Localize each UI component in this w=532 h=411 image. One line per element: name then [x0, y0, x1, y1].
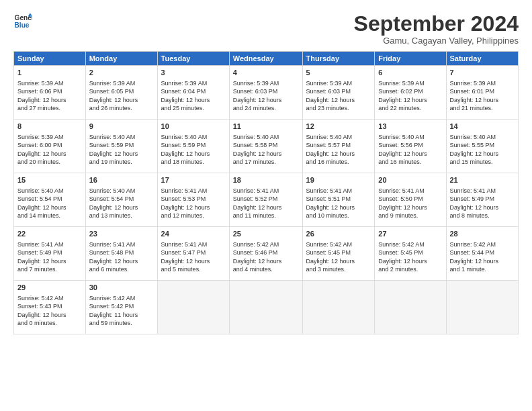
daylight-line1: Daylight: 12 hours	[306, 150, 355, 157]
calendar-cell: 4 Sunrise: 5:39 AM Sunset: 6:03 PM Dayli…	[229, 66, 302, 120]
daylight-line1: Daylight: 12 hours	[17, 312, 66, 318]
svg-text:Blue: Blue	[15, 21, 30, 29]
sunset-line: Sunset: 6:02 PM	[378, 88, 423, 95]
daylight-line2: and 12 minutes.	[161, 212, 204, 219]
sunset-line: Sunset: 5:48 PM	[89, 249, 134, 256]
header: General Blue September 2024 Gamu, Cagaya…	[13, 12, 519, 46]
daylight-line2: and 11 minutes.	[233, 212, 276, 219]
day-number: 28	[450, 229, 515, 239]
calendar-cell: 7 Sunrise: 5:39 AM Sunset: 6:01 PM Dayli…	[446, 66, 519, 120]
sunset-line: Sunset: 5:49 PM	[450, 195, 495, 202]
day-number: 21	[450, 175, 515, 185]
day-number: 20	[378, 175, 442, 185]
day-number: 10	[161, 122, 226, 132]
sunrise-line: Sunrise: 5:39 AM	[306, 80, 353, 87]
day-number: 6	[378, 68, 442, 78]
sunrise-line: Sunrise: 5:40 AM	[89, 134, 136, 140]
day-number: 24	[161, 229, 226, 239]
sunset-line: Sunset: 6:05 PM	[89, 88, 134, 95]
daylight-line2: and 13 minutes.	[89, 212, 132, 219]
sunrise-line: Sunrise: 5:40 AM	[306, 134, 353, 140]
sunset-line: Sunset: 6:01 PM	[450, 88, 495, 95]
daylight-line2: and 25 minutes.	[161, 105, 204, 111]
calendar-cell: 30 Sunrise: 5:42 AM Sunset: 5:42 PM Dayl…	[85, 281, 157, 334]
daylight-line2: and 1 minute.	[450, 266, 487, 273]
day-number: 18	[233, 175, 299, 185]
daylight-line1: Daylight: 12 hours	[17, 97, 66, 103]
daylight-line1: Daylight: 12 hours	[378, 258, 427, 265]
sunrise-line: Sunrise: 5:41 AM	[89, 241, 136, 248]
sunrise-line: Sunrise: 5:42 AM	[233, 241, 279, 248]
sunrise-line: Sunrise: 5:39 AM	[233, 80, 279, 87]
daylight-line1: Daylight: 12 hours	[306, 258, 355, 265]
calendar-table: Sunday Monday Tuesday Wednesday Thursday…	[13, 51, 519, 334]
daylight-line1: Daylight: 12 hours	[17, 204, 66, 211]
sunset-line: Sunset: 5:43 PM	[17, 303, 62, 310]
sunrise-line: Sunrise: 5:40 AM	[89, 187, 136, 194]
daylight-line1: Daylight: 12 hours	[378, 97, 427, 103]
sunrise-line: Sunrise: 5:41 AM	[450, 187, 496, 194]
sunrise-line: Sunrise: 5:42 AM	[450, 241, 496, 248]
daylight-line2: and 22 minutes.	[378, 105, 421, 111]
calendar-cell: 25 Sunrise: 5:42 AM Sunset: 5:46 PM Dayl…	[229, 227, 302, 281]
daylight-line2: and 10 minutes.	[306, 212, 349, 219]
daylight-line2: and 27 minutes.	[17, 105, 60, 111]
day-number: 5	[306, 68, 371, 78]
calendar-cell: 17 Sunrise: 5:41 AM Sunset: 5:53 PM Dayl…	[157, 173, 229, 227]
calendar-cell: 6 Sunrise: 5:39 AM Sunset: 6:02 PM Dayli…	[375, 66, 446, 120]
col-monday: Monday	[85, 52, 157, 66]
daylight-line2: and 18 minutes.	[161, 158, 204, 165]
daylight-line1: Daylight: 12 hours	[306, 204, 355, 211]
sunset-line: Sunset: 5:47 PM	[161, 249, 206, 256]
sunset-line: Sunset: 6:06 PM	[17, 88, 62, 95]
day-number: 3	[161, 68, 226, 78]
sunrise-line: Sunrise: 5:39 AM	[17, 134, 64, 140]
sunrise-line: Sunrise: 5:41 AM	[233, 187, 279, 194]
sunrise-line: Sunrise: 5:40 AM	[17, 187, 64, 194]
sunset-line: Sunset: 5:45 PM	[306, 249, 351, 256]
logo: General Blue	[13, 12, 32, 31]
calendar-cell	[375, 281, 446, 334]
col-wednesday: Wednesday	[229, 52, 302, 66]
sunrise-line: Sunrise: 5:39 AM	[161, 80, 208, 87]
calendar-cell: 27 Sunrise: 5:42 AM Sunset: 5:45 PM Dayl…	[375, 227, 446, 281]
sunset-line: Sunset: 5:54 PM	[17, 195, 62, 202]
calendar-cell: 19 Sunrise: 5:41 AM Sunset: 5:51 PM Dayl…	[302, 173, 375, 227]
day-number: 25	[233, 229, 299, 239]
sunset-line: Sunset: 6:03 PM	[306, 88, 351, 95]
calendar-cell: 14 Sunrise: 5:40 AM Sunset: 5:55 PM Dayl…	[446, 120, 519, 173]
daylight-line1: Daylight: 12 hours	[161, 258, 210, 265]
calendar-header-row: Sunday Monday Tuesday Wednesday Thursday…	[14, 52, 519, 66]
sunset-line: Sunset: 6:04 PM	[161, 88, 206, 95]
day-number: 19	[306, 175, 371, 185]
sunrise-line: Sunrise: 5:42 AM	[89, 295, 136, 302]
day-number: 13	[378, 122, 442, 132]
calendar-week-row: 29 Sunrise: 5:42 AM Sunset: 5:43 PM Dayl…	[14, 281, 519, 334]
sunset-line: Sunset: 5:51 PM	[306, 195, 351, 202]
col-thursday: Thursday	[302, 52, 375, 66]
daylight-line2: and 23 minutes.	[306, 105, 349, 111]
calendar-cell: 13 Sunrise: 5:40 AM Sunset: 5:56 PM Dayl…	[375, 120, 446, 173]
calendar-cell	[446, 281, 519, 334]
daylight-line1: Daylight: 12 hours	[233, 204, 282, 211]
daylight-line1: Daylight: 12 hours	[17, 258, 66, 265]
daylight-line1: Daylight: 12 hours	[378, 204, 427, 211]
daylight-line1: Daylight: 12 hours	[233, 97, 282, 103]
daylight-line1: Daylight: 12 hours	[450, 204, 499, 211]
daylight-line1: Daylight: 12 hours	[161, 150, 210, 157]
daylight-line1: Daylight: 12 hours	[450, 97, 499, 103]
sunrise-line: Sunrise: 5:41 AM	[161, 187, 208, 194]
sunrise-line: Sunrise: 5:42 AM	[378, 241, 425, 248]
day-number: 12	[306, 122, 371, 132]
daylight-line1: Daylight: 12 hours	[378, 150, 427, 157]
day-number: 17	[161, 175, 226, 185]
daylight-line2: and 26 minutes.	[89, 105, 132, 111]
daylight-line1: Daylight: 12 hours	[161, 204, 210, 211]
calendar-cell: 23 Sunrise: 5:41 AM Sunset: 5:48 PM Dayl…	[85, 227, 157, 281]
calendar-cell: 29 Sunrise: 5:42 AM Sunset: 5:43 PM Dayl…	[14, 281, 86, 334]
day-number: 29	[17, 283, 82, 293]
calendar-cell: 16 Sunrise: 5:40 AM Sunset: 5:54 PM Dayl…	[85, 173, 157, 227]
sunset-line: Sunset: 5:54 PM	[89, 195, 134, 202]
sunset-line: Sunset: 5:56 PM	[378, 142, 423, 148]
calendar-cell: 21 Sunrise: 5:41 AM Sunset: 5:49 PM Dayl…	[446, 173, 519, 227]
